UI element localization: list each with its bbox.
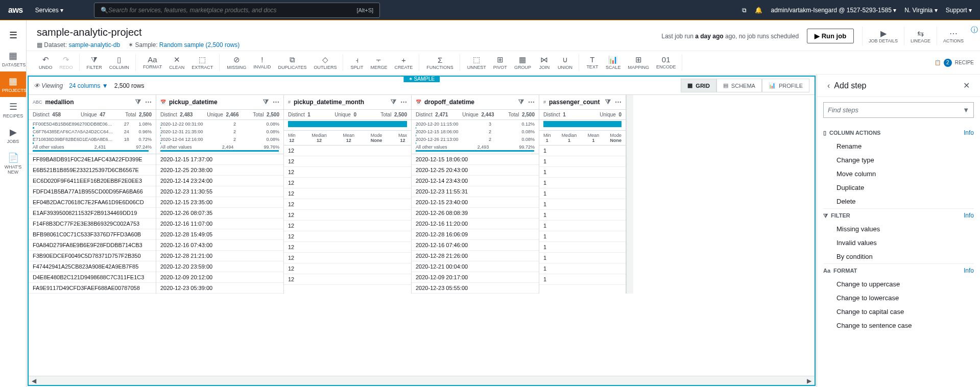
search-input[interactable] — [108, 7, 356, 14]
search-shortcut: [Alt+S] — [356, 7, 373, 13]
support-menu[interactable]: Support ▾ — [946, 7, 972, 14]
aws-logo[interactable]: aws — [8, 6, 23, 15]
search-icon: 🔍 — [101, 7, 108, 14]
services-menu[interactable]: Services ▾ — [35, 7, 63, 14]
cloudshell-icon[interactable]: ⧉ — [742, 7, 747, 14]
global-search[interactable]: 🔍 [Alt+S] — [94, 3, 380, 18]
notifications-icon[interactable]: 🔔 — [755, 7, 762, 14]
region-menu[interactable]: N. Virginia ▾ — [904, 7, 937, 14]
account-menu[interactable]: admin/vartakm-Isengard @ 1527-5293-1585 … — [771, 7, 896, 14]
aws-top-nav: aws Services ▾ 🔍 [Alt+S] ⧉ 🔔 admin/varta… — [0, 0, 980, 20]
